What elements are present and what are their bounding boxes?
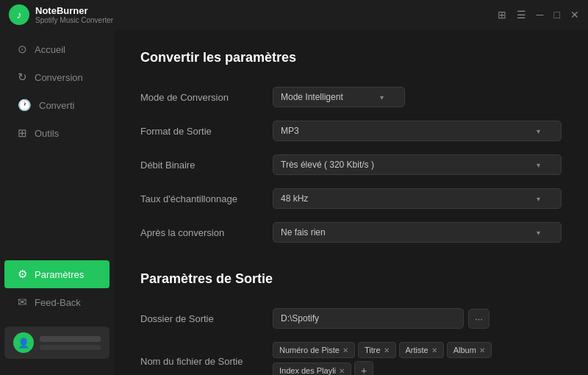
titlebar-controls: ⊞ ☰ ─ □ ✕	[498, 9, 579, 21]
mode-label: Mode de Conversion	[140, 80, 273, 114]
bitrate-label: Débit Binaire	[140, 148, 273, 182]
table-row: Format de Sortie MP3 ▾	[140, 114, 562, 148]
sidebar-item-converti[interactable]: 🕐 Converti	[4, 91, 110, 119]
output-section-title: Paramètres de Sortie	[140, 271, 562, 287]
tag-album-remove[interactable]: ✕	[479, 346, 485, 354]
sample-select[interactable]: 48 kHz ▾	[273, 188, 562, 209]
sidebar-item-accueil[interactable]: ⊙ Accueil	[4, 35, 110, 63]
tag-album-label: Album	[453, 346, 476, 354]
tag-title-label: Titre	[365, 346, 381, 354]
titlebar-left: ♪ NoteBurner Spotify Music Converter	[9, 4, 113, 25]
tag-track[interactable]: Numéro de Piste ✕	[273, 342, 355, 358]
converti-icon: 🕐	[18, 99, 32, 112]
mode-chevron: ▾	[380, 93, 384, 101]
content: Convertir les paramètres Mode de Convers…	[114, 29, 588, 375]
sidebar-item-outils[interactable]: ⊞ Outils	[4, 119, 110, 147]
after-value: Ne fais rien	[281, 227, 326, 238]
table-row: Débit Binaire Très élevé ( 320 Kbit/s ) …	[140, 148, 562, 182]
folder-input[interactable]	[273, 308, 464, 329]
format-select[interactable]: MP3 ▾	[273, 121, 562, 141]
avatar: 👤	[13, 332, 34, 353]
tag-index[interactable]: Index des Playli ✕	[273, 362, 351, 375]
after-chevron: ▾	[537, 229, 540, 237]
conversion-settings-table: Mode de Conversion Mode Intelligent ▾ Fo…	[140, 80, 562, 249]
tag-track-remove[interactable]: ✕	[343, 346, 348, 354]
sidebar-item-parametres[interactable]: ⚙ Paramètres	[4, 260, 110, 288]
sidebar-item-conversion[interactable]: ↻ Conversion	[4, 63, 110, 91]
sidebar-label-conversion: Conversion	[35, 72, 83, 83]
close-icon[interactable]: ✕	[570, 9, 579, 21]
table-row: Après la conversion Ne fais rien ▾	[140, 215, 562, 249]
conversion-icon: ↻	[18, 71, 27, 84]
folder-input-row: ···	[273, 308, 562, 329]
sample-value: 48 kHz	[281, 193, 308, 204]
filename-row: Nom du fichier de Sortie Numéro de Piste…	[140, 335, 562, 375]
minimize-icon[interactable]: ─	[537, 9, 544, 21]
accueil-icon: ⊙	[18, 43, 27, 56]
sidebar-label-outils: Outils	[35, 128, 59, 139]
sidebar-bottom: 👤	[0, 316, 114, 369]
bitrate-select[interactable]: Très élevé ( 320 Kbit/s ) ▾	[273, 154, 562, 175]
tag-artiste-remove[interactable]: ✕	[431, 346, 437, 354]
main-layout: ⊙ Accueil ↻ Conversion 🕐 Converti ⊞ Outi…	[0, 29, 588, 375]
after-label: Après la conversion	[140, 215, 273, 249]
tag-artiste-label: Artiste	[406, 346, 429, 354]
menu-icon[interactable]: ☰	[517, 9, 526, 21]
user-email	[40, 345, 101, 350]
tag-title[interactable]: Titre ✕	[358, 342, 396, 358]
user-section[interactable]: 👤	[4, 326, 110, 359]
user-info	[40, 336, 101, 350]
user-name	[40, 336, 101, 342]
parametres-icon: ⚙	[18, 268, 27, 281]
outils-icon: ⊞	[18, 126, 27, 140]
titlebar: ♪ NoteBurner Spotify Music Converter ⊞ ☰…	[0, 0, 588, 29]
sample-chevron: ▾	[537, 195, 540, 203]
sidebar-item-feedback[interactable]: ✉ Feed-Back	[4, 288, 110, 316]
conversion-section-title: Convertir les paramètres	[140, 50, 562, 65]
mode-select[interactable]: Mode Intelligent ▾	[273, 87, 405, 107]
app-subtitle: Spotify Music Converter	[35, 16, 113, 24]
sidebar-label-accueil: Accueil	[35, 44, 65, 55]
sample-label: Taux d'échantillonnage	[140, 182, 273, 215]
sidebar-label-feedback: Feed-Back	[35, 297, 81, 308]
grid-icon[interactable]: ⊞	[498, 9, 506, 21]
tag-index-label: Index des Playli	[279, 366, 336, 375]
filename-tags-row: Numéro de Piste ✕ Titre ✕ Artiste ✕ Al	[273, 342, 562, 375]
feedback-icon: ✉	[18, 296, 27, 309]
table-row: Mode de Conversion Mode Intelligent ▾	[140, 80, 562, 114]
sidebar-label-parametres: Paramètres	[35, 269, 84, 280]
format-chevron: ▾	[537, 127, 540, 135]
tag-index-remove[interactable]: ✕	[339, 367, 345, 375]
folder-browse-button[interactable]: ···	[468, 309, 490, 329]
format-value: MP3	[281, 126, 299, 136]
folder-row: Dossier de Sortie ···	[140, 301, 562, 335]
sidebar: ⊙ Accueil ↻ Conversion 🕐 Converti ⊞ Outi…	[0, 29, 114, 375]
format-label: Format de Sortie	[140, 114, 273, 148]
tag-title-remove[interactable]: ✕	[384, 346, 390, 354]
bitrate-chevron: ▾	[537, 161, 540, 169]
folder-label: Dossier de Sortie	[140, 301, 273, 335]
sidebar-label-converti: Converti	[39, 100, 74, 111]
app-title-block: NoteBurner Spotify Music Converter	[35, 5, 113, 24]
bitrate-value: Très élevé ( 320 Kbit/s )	[281, 160, 374, 170]
tag-track-label: Numéro de Piste	[279, 346, 340, 354]
filename-label: Nom du fichier de Sortie	[140, 335, 273, 375]
output-settings-table: Dossier de Sortie ··· Nom du fichier de …	[140, 301, 562, 375]
table-row: Taux d'échantillonnage 48 kHz ▾	[140, 182, 562, 215]
maximize-icon[interactable]: □	[554, 9, 560, 21]
app-icon: ♪	[9, 4, 29, 25]
mode-select-wrap: Mode Intelligent ▾	[273, 87, 405, 107]
tag-album[interactable]: Album ✕	[447, 342, 492, 358]
app-name: NoteBurner	[35, 5, 113, 16]
after-select[interactable]: Ne fais rien ▾	[273, 222, 562, 243]
mode-value: Mode Intelligent	[281, 92, 343, 102]
tag-artiste[interactable]: Artiste ✕	[399, 342, 444, 358]
add-tag-button[interactable]: +	[354, 361, 373, 375]
